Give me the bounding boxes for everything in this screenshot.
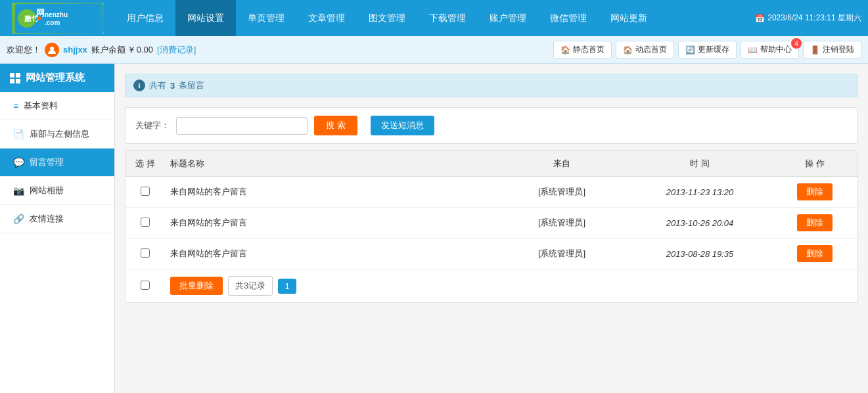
row3-time: 2013-08-28 19:35 — [628, 239, 772, 269]
refresh-cache-btn[interactable]: 🔄 更新缓存 — [678, 41, 737, 58]
logout-btn[interactable]: 🚪 注销登陆 — [803, 41, 861, 58]
count: 3 — [170, 81, 175, 91]
nav-item-users[interactable]: 用户信息 — [115, 0, 175, 36]
select-all-checkbox[interactable] — [141, 281, 150, 290]
info-text: 共有 — [149, 80, 166, 91]
nav-item-wechat[interactable]: 微信管理 — [538, 0, 599, 36]
row2-delete-btn[interactable]: 删除 — [797, 214, 833, 231]
sidebar-item-album[interactable]: 📷 网站相册 — [0, 177, 114, 205]
records-info: 共3记录 — [228, 276, 273, 296]
action-buttons: 🏠 静态首页 🏠 动态首页 🔄 更新缓存 📖 帮助中心 4 🚪 注销登陆 — [553, 41, 861, 58]
sidebar-item-basic[interactable]: ≡ 基本资料 — [0, 92, 114, 120]
consume-link[interactable]: [消费记录] — [157, 44, 196, 56]
welcome-text: 欢迎您！ — [7, 44, 41, 56]
comment-icon: 💬 — [13, 157, 24, 168]
row3-checkbox-cell — [126, 239, 165, 269]
sidebar-title: 网站管理系统 — [26, 72, 85, 84]
row1-title: 来自网站的客户留言 — [165, 177, 496, 208]
row1-delete-btn[interactable]: 删除 — [797, 183, 833, 200]
row3-checkbox[interactable] — [141, 248, 150, 258]
link-icon: 🔗 — [13, 214, 24, 224]
footer-actions: 批量删除 共3记录 1 — [170, 276, 852, 296]
row3-delete-btn[interactable]: 删除 — [797, 245, 833, 262]
sidebar-item-links[interactable]: 🔗 友情连接 — [0, 205, 114, 233]
row2-from: [系统管理员] — [496, 208, 628, 239]
sidebar-item-messages[interactable]: 💬 留言管理 — [0, 149, 114, 177]
help-center-btn[interactable]: 📖 帮助中心 4 — [741, 41, 799, 58]
refresh-icon: 🔄 — [685, 45, 695, 55]
page-1-btn[interactable]: 1 — [278, 279, 296, 294]
row2-checkbox[interactable] — [141, 218, 150, 227]
table-row: 来自网站的客户留言 [系统管理员] 2013-11-23 13:20 删除 — [126, 177, 857, 208]
col-header-title: 标题名称 — [165, 151, 496, 177]
info-bar: i 共有 3 条留言 — [125, 74, 858, 97]
batch-delete-btn[interactable]: 批量删除 — [170, 277, 223, 295]
col-header-action: 操 作 — [772, 151, 857, 177]
search-area: 关键字： 搜 索 发送短消息 — [125, 107, 858, 144]
row1-checkbox[interactable] — [141, 187, 150, 196]
logo-inner: 嫩竹 网 nenzhu .com — [12, 3, 104, 34]
nav-item-update[interactable]: 网站更新 — [599, 0, 659, 36]
row3-title: 来自网站的客户留言 — [165, 239, 496, 269]
nav-item-downloads[interactable]: 下载管理 — [417, 0, 478, 36]
info-icon: i — [133, 80, 145, 91]
logout-icon: 🚪 — [810, 45, 820, 55]
row3-from: [系统管理员] — [496, 239, 628, 269]
table-header-row: 选 择 标题名称 来自 时 间 操 作 — [126, 151, 857, 177]
nav-item-single-page[interactable]: 单页管理 — [236, 0, 296, 36]
messages-table: 选 择 标题名称 来自 时 间 操 作 来自网站的客户留言 [系统管理员] 20… — [126, 151, 857, 302]
search-input[interactable] — [176, 117, 308, 135]
camera-icon: 📷 — [13, 185, 24, 196]
nav-item-media[interactable]: 图文管理 — [357, 0, 417, 36]
info-suffix: 条留言 — [179, 80, 204, 91]
send-sms-button[interactable]: 发送短消息 — [371, 116, 434, 135]
svg-text:nenzhu: nenzhu — [45, 11, 68, 18]
list-icon: ≡ — [13, 101, 18, 111]
sidebar-item-label: 基本资料 — [24, 100, 58, 112]
table-footer-row: 批量删除 共3记录 1 — [126, 269, 857, 303]
row2-action: 删除 — [772, 208, 857, 239]
welcome-area: 欢迎您！ shjjxx 账户余额 ¥ 0.00 [消费记录] — [7, 43, 196, 57]
logo-area: 嫩竹 网 nenzhu .com — [0, 0, 115, 36]
sidebar-item-label: 网站相册 — [30, 185, 64, 196]
sidebar-item-label: 友情连接 — [30, 213, 64, 225]
row1-checkbox-cell — [126, 177, 165, 208]
col-header-select: 选 择 — [126, 151, 165, 177]
footer-checkbox-cell — [126, 269, 165, 303]
svg-text:.com: .com — [45, 19, 60, 26]
sidebar-item-temple[interactable]: 📄 庙部与左侧信息 — [0, 120, 114, 149]
datetime: 2023/6/24 11:23:11 星期六 — [767, 12, 861, 24]
sidebar-item-label: 留言管理 — [30, 156, 64, 168]
username: shjjxx — [63, 45, 87, 55]
nav-right: 📅 2023/6/24 11:23:11 星期六 — [755, 12, 868, 24]
table-row: 来自网站的客户留言 [系统管理员] 2013-08-28 19:35 删除 — [126, 239, 857, 269]
sidebar-header: 网站管理系统 — [0, 64, 114, 92]
dynamic-home-icon: 🏠 — [623, 45, 633, 55]
logo: 嫩竹 网 nenzhu .com — [12, 3, 104, 34]
col-header-from: 来自 — [496, 151, 628, 177]
help-icon: 📖 — [748, 45, 758, 55]
row1-time: 2013-11-23 13:20 — [628, 177, 772, 208]
search-button[interactable]: 搜 索 — [314, 116, 357, 135]
nav-item-site-settings[interactable]: 网站设置 — [175, 0, 236, 36]
avatar — [45, 43, 59, 57]
nav-item-accounts[interactable]: 账户管理 — [478, 0, 538, 36]
static-home-btn[interactable]: 🏠 静态首页 — [553, 41, 612, 58]
top-nav: 嫩竹 网 nenzhu .com 用户信息 网站设置 单页管理 文章管理 图文管… — [0, 0, 868, 36]
balance: ¥ 0.00 — [129, 45, 153, 55]
grid-icon — [10, 73, 20, 83]
account-label: 账户余额 — [91, 44, 126, 56]
dynamic-home-btn[interactable]: 🏠 动态首页 — [616, 41, 674, 58]
row2-checkbox-cell — [126, 208, 165, 239]
col-header-time: 时 间 — [628, 151, 772, 177]
help-badge: 4 — [791, 38, 802, 49]
svg-text:网: 网 — [36, 8, 45, 18]
nav-item-articles[interactable]: 文章管理 — [296, 0, 357, 36]
row3-action: 删除 — [772, 239, 857, 269]
row1-from: [系统管理员] — [496, 177, 628, 208]
content: i 共有 3 条留言 关键字： 搜 索 发送短消息 选 择 标题名称 来自 时 … — [115, 64, 868, 393]
table-container: 选 择 标题名称 来自 时 间 操 作 来自网站的客户留言 [系统管理员] 20… — [125, 150, 858, 303]
row2-title: 来自网站的客户留言 — [165, 208, 496, 239]
row1-action: 删除 — [772, 177, 857, 208]
second-bar: 欢迎您！ shjjxx 账户余额 ¥ 0.00 [消费记录] 🏠 静态首页 🏠 … — [0, 36, 868, 64]
